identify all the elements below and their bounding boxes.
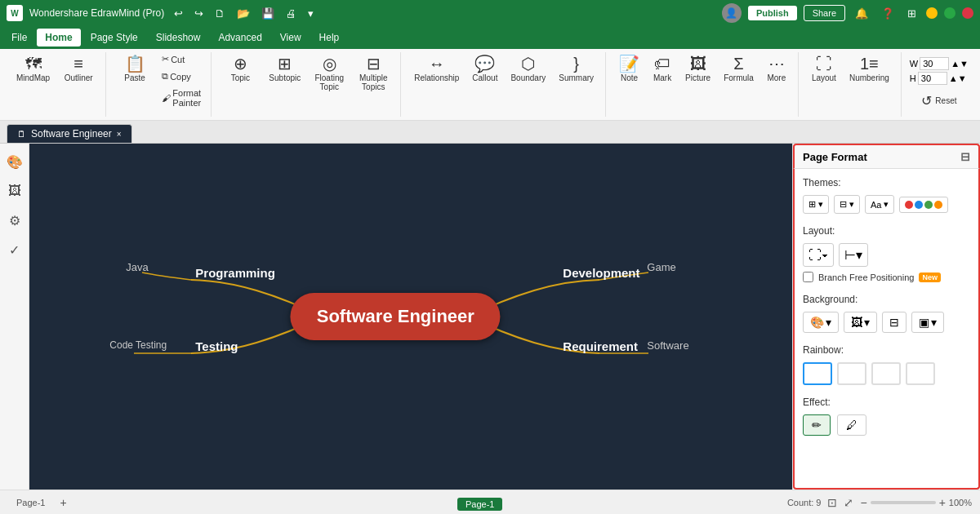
zoom-slider[interactable] xyxy=(871,501,936,504)
layout-tree-button[interactable]: ⊢▾ xyxy=(839,243,868,267)
theme-font-button[interactable]: Aa▾ xyxy=(865,195,894,214)
more-insert-button[interactable]: ⋯ More xyxy=(762,52,791,86)
zoom-out-button[interactable]: − xyxy=(860,496,866,509)
share-button[interactable]: Share xyxy=(804,5,845,21)
mark-button[interactable]: 🏷 Mark xyxy=(648,52,677,86)
branch-programming[interactable]: Programming xyxy=(195,266,275,280)
menu-bar: File Home Page Style Slideshow Advanced … xyxy=(0,26,980,49)
branch-development[interactable]: Development xyxy=(563,266,639,280)
boundary-button[interactable]: ⬡ Boundary xyxy=(506,52,550,86)
bg-color-button[interactable]: 🎨▾ xyxy=(803,312,839,333)
publish-button[interactable]: Publish xyxy=(748,6,797,20)
panel-close-button[interactable]: ⊟ xyxy=(960,150,970,163)
themes-section: Themes: ⊞▾ ⊟▾ Aa▾ xyxy=(803,177,970,214)
paste-button[interactable]: 📋 Paste xyxy=(114,52,155,86)
menu-page-style[interactable]: Page Style xyxy=(82,29,146,47)
note-label: Note xyxy=(621,73,638,82)
floating-topic-button[interactable]: ◎ FloatingTopic xyxy=(309,52,350,95)
rainbow-btn-2[interactable] xyxy=(837,362,866,385)
ribbon-group-view: 🗺 MindMap ≡ Outliner xyxy=(5,52,106,117)
sidebar-image-icon[interactable]: 🖼 xyxy=(3,179,26,202)
ribbon-group-layout: ⛶ Layout 1≡ Numbering xyxy=(800,52,902,117)
new-button[interactable]: 🗋 xyxy=(212,6,229,21)
callout-button[interactable]: 💬 Callout xyxy=(467,52,502,86)
menu-file[interactable]: File xyxy=(3,29,35,47)
undo-button[interactable]: ↩ xyxy=(171,6,186,21)
layout-tree-icon: ⊢ xyxy=(844,248,856,262)
menu-help[interactable]: Help xyxy=(311,29,348,47)
mindmap-button[interactable]: 🗺 MindMap xyxy=(11,52,55,86)
multiple-topics-button[interactable]: ⊟ MultipleTopics xyxy=(353,52,394,95)
relationship-button[interactable]: ↔ Relationship xyxy=(409,52,464,86)
bell-icon[interactable]: 🔔 xyxy=(852,6,871,21)
layout-button[interactable]: ⛶ Layout xyxy=(807,52,841,86)
size-w-input[interactable] xyxy=(920,57,949,70)
sidebar-settings-icon[interactable]: ⚙ xyxy=(3,209,26,232)
leaf-code-testing[interactable]: Code Testing xyxy=(109,339,167,351)
page-tab-inactive[interactable]: Page-1 xyxy=(8,496,53,509)
leaf-software[interactable]: Software xyxy=(647,339,688,352)
add-page-button[interactable]: + xyxy=(60,496,66,509)
minimize-button[interactable] xyxy=(926,7,938,19)
fit-page-button[interactable]: ⊡ xyxy=(827,496,837,509)
branch-requirement[interactable]: Requirement xyxy=(563,339,638,353)
open-button[interactable]: 📂 xyxy=(234,6,253,21)
themes-row: ⊞▾ ⊟▾ Aa▾ xyxy=(803,195,970,214)
note-button[interactable]: 📝 Note xyxy=(614,52,644,86)
current-page-tab[interactable]: Page-1 xyxy=(457,498,502,511)
rainbow-btn-3[interactable] xyxy=(871,362,901,385)
menu-advanced[interactable]: Advanced xyxy=(210,29,270,47)
zoom-in-button[interactable]: + xyxy=(939,496,946,509)
leaf-java[interactable]: Java xyxy=(126,261,148,273)
close-button[interactable] xyxy=(962,7,973,19)
format-painter-button[interactable]: 🖌 Format Painter xyxy=(158,86,204,109)
copy-button[interactable]: ⧉ Copy xyxy=(158,69,204,83)
bg-pattern-button[interactable]: ⊟ xyxy=(882,312,906,333)
numbering-button[interactable]: 1≡ Numbering xyxy=(844,52,894,86)
tab-close-button[interactable]: × xyxy=(117,130,122,139)
bg-adjust-button[interactable]: ▣▾ xyxy=(911,312,944,333)
theme-color-button[interactable] xyxy=(899,197,948,213)
sidebar-format-icon[interactable]: 🎨 xyxy=(3,150,26,173)
topic-icon: ⊕ xyxy=(234,55,247,72)
center-node[interactable]: Software Engineer xyxy=(291,293,501,340)
size-h-spinner[interactable]: ▲▼ xyxy=(949,73,967,83)
cut-button[interactable]: ✂ Cut xyxy=(158,52,204,66)
menu-home[interactable]: Home xyxy=(37,29,80,47)
effect-btn-1[interactable]: ✏ xyxy=(803,414,831,436)
bg-image-button[interactable]: 🖼▾ xyxy=(844,312,877,333)
summary-button[interactable]: } Summary xyxy=(554,52,599,86)
effect-btn-2[interactable]: 🖊 xyxy=(837,414,866,436)
apps-icon[interactable]: ⊞ xyxy=(904,6,920,21)
menu-view[interactable]: View xyxy=(272,29,310,47)
subtopic-button[interactable]: ⊞ Subtopic xyxy=(264,52,305,86)
picture-button[interactable]: 🖼 Picture xyxy=(680,52,715,86)
theme-grid-button[interactable]: ⊞▾ xyxy=(803,195,829,214)
print-button[interactable]: 🖨 xyxy=(283,6,300,21)
branch-testing[interactable]: Testing xyxy=(195,339,238,353)
document-tab[interactable]: 🗒 Software Engineer × xyxy=(7,124,132,143)
rainbow-btn-1[interactable] xyxy=(803,362,832,385)
more-button[interactable]: ▾ xyxy=(305,6,317,21)
maximize-button[interactable] xyxy=(944,7,956,19)
branch-free-checkbox[interactable] xyxy=(803,272,813,282)
sidebar-check-icon[interactable]: ✓ xyxy=(3,238,26,261)
leaf-game[interactable]: Game xyxy=(647,261,675,273)
menu-slideshow[interactable]: Slideshow xyxy=(148,29,209,47)
layout-mindmap-button[interactable]: ⛶▾ xyxy=(803,243,834,267)
theme-layout-button[interactable]: ⊟▾ xyxy=(834,195,860,214)
outliner-button[interactable]: ≡ Outliner xyxy=(58,52,99,86)
expand-button[interactable]: ⤢ xyxy=(844,496,853,509)
canvas[interactable]: Software Engineer Programming Java Testi… xyxy=(29,144,792,490)
formula-button[interactable]: Σ Formula xyxy=(719,52,759,86)
size-h-input[interactable] xyxy=(918,72,947,85)
reset-button[interactable]: ↺ Reset xyxy=(916,90,961,112)
redo-button[interactable]: ↪ xyxy=(191,6,207,21)
mark-label: Mark xyxy=(653,73,671,82)
rainbow-btn-4[interactable] xyxy=(906,362,935,385)
help-icon[interactable]: ❓ xyxy=(878,6,898,21)
topic-button[interactable]: ⊕ Topic xyxy=(220,52,261,86)
size-w-spinner[interactable]: ▲▼ xyxy=(951,59,969,69)
save-button[interactable]: 💾 xyxy=(258,6,278,21)
copy-label: Copy xyxy=(170,72,191,82)
